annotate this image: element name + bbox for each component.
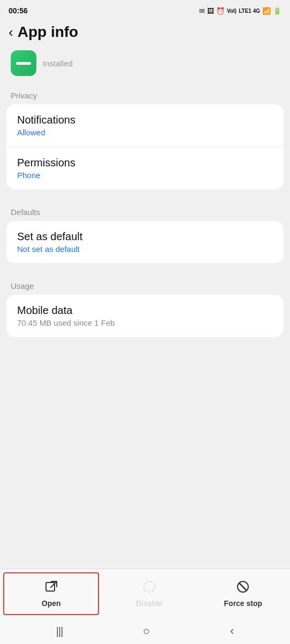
permissions-item[interactable]: Permissions Phone (6, 147, 284, 189)
privacy-card: Notifications Allowed Permissions Phone (6, 104, 284, 189)
nav-home-icon[interactable]: ○ (143, 624, 150, 638)
open-label: Open (42, 599, 61, 608)
alarm-icon: ⏰ (216, 7, 225, 15)
vol-text: Vol) (227, 8, 236, 14)
main-content: Privacy Notifications Allowed Permission… (0, 83, 290, 425)
force-stop-icon (236, 580, 250, 597)
notifications-subtitle: Allowed (17, 128, 273, 137)
usage-card: Mobile data 70.45 MB used since 1 Feb (6, 295, 284, 337)
set-as-default-subtitle: Not set as default (17, 244, 273, 254)
page-title: App info (18, 24, 79, 41)
svg-line-3 (240, 584, 246, 590)
image-icon: 🖼 (207, 7, 214, 15)
set-as-default-item[interactable]: Set as default Not set as default (6, 221, 284, 263)
section-privacy-header: Privacy (0, 83, 290, 104)
status-icons: ✉ 🖼 ⏰ Vol) LTE1 4G 📶 🔋 (199, 7, 281, 15)
disable-button[interactable]: Disable (102, 569, 196, 618)
back-button[interactable]: ‹ (9, 24, 13, 41)
section-usage-header: Usage (0, 274, 290, 295)
notifications-title: Notifications (17, 114, 273, 126)
battery-icon: 🔋 (273, 7, 281, 15)
installed-label: Installed (43, 59, 73, 68)
status-bar: 00:56 ✉ 🖼 ⏰ Vol) LTE1 4G 📶 🔋 (0, 0, 290, 19)
set-as-default-title: Set as default (17, 231, 273, 243)
permissions-subtitle: Phone (17, 171, 273, 180)
app-icon (11, 50, 36, 76)
defaults-card: Set as default Not set as default (6, 221, 284, 263)
network-4g: LTE1 4G (239, 8, 260, 14)
mobile-data-item[interactable]: Mobile data 70.45 MB used since 1 Feb (6, 295, 284, 337)
permissions-title: Permissions (17, 157, 273, 169)
bottom-action-bar: Open Disable Force stop (0, 569, 290, 618)
header: ‹ App info (0, 19, 290, 47)
mail-icon: ✉ (199, 7, 205, 15)
mobile-data-subtitle: 70.45 MB used since 1 Feb (17, 318, 273, 327)
nav-recent-icon[interactable]: ||| (56, 625, 63, 638)
status-time: 00:56 (9, 6, 28, 15)
nav-bar: ||| ○ ‹ (0, 618, 290, 644)
force-stop-label: Force stop (224, 599, 263, 608)
open-icon (44, 580, 58, 597)
notifications-item[interactable]: Notifications Allowed (6, 104, 284, 147)
svg-point-1 (144, 581, 155, 592)
disable-icon (142, 580, 156, 597)
force-stop-button[interactable]: Force stop (196, 569, 290, 618)
signal-icon: 📶 (262, 7, 271, 15)
svg-rect-0 (46, 582, 55, 591)
app-icon-row: Installed (0, 47, 290, 83)
section-defaults-header: Defaults (0, 200, 290, 221)
mobile-data-title: Mobile data (17, 304, 273, 317)
nav-back-icon[interactable]: ‹ (230, 624, 234, 638)
open-button[interactable]: Open (3, 572, 99, 615)
disable-label: Disable (136, 599, 163, 608)
